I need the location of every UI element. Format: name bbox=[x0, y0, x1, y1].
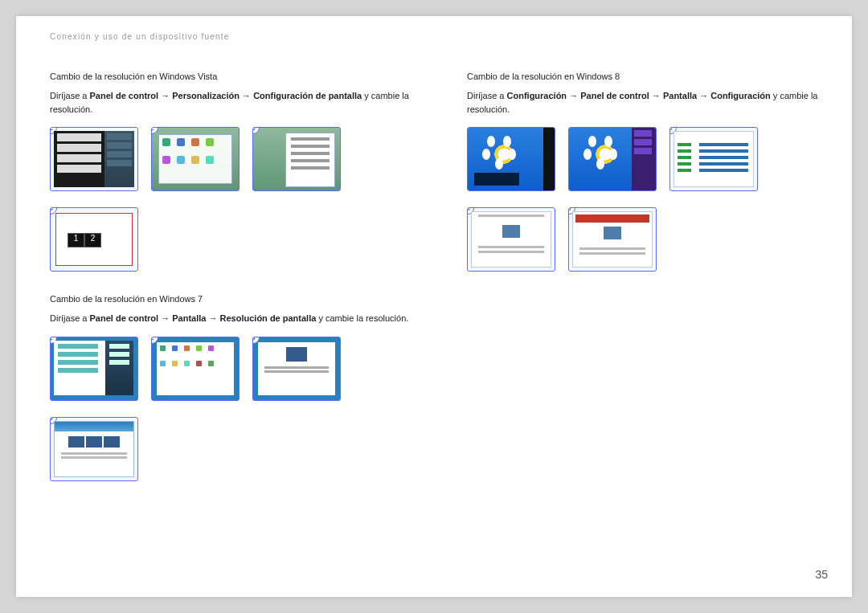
page-number: 35 bbox=[815, 568, 828, 581]
left-column: Cambio de la resolución en Windows Vista… bbox=[50, 72, 411, 504]
vista-title: Cambio de la resolución en Windows Vista bbox=[50, 72, 411, 81]
chapter-heading: Conexión y uso de un dispositivo fuente bbox=[50, 32, 828, 41]
right-column: Cambio de la resolución en Windows 8 Dir… bbox=[467, 72, 828, 504]
arrow-icon: → bbox=[699, 91, 710, 100]
arrow-icon: → bbox=[652, 91, 663, 100]
vista-step-2: 2 bbox=[151, 127, 240, 191]
w8-step-2: 2 bbox=[568, 127, 657, 191]
w7-step-4: 4 bbox=[50, 417, 138, 481]
manual-page: Conexión y uso de un dispositivo fuente … bbox=[16, 16, 852, 597]
w7-steps: 1 2 3 4 bbox=[50, 337, 411, 481]
vista-step-3: 3 bbox=[252, 127, 341, 191]
step-badge: 3 bbox=[252, 127, 260, 134]
vista-step-4: 4 12 bbox=[50, 207, 138, 272]
vista-steps: 1 2 3 4 12 bbox=[50, 127, 411, 272]
w7-title: Cambio de la resolución en Windows 7 bbox=[50, 294, 411, 304]
w8-instruction: Diríjase a Configuración → Panel de cont… bbox=[467, 89, 828, 116]
w8-title: Cambio de la resolución en Windows 8 bbox=[467, 72, 828, 81]
w7-instruction: Diríjase a Panel de control → Pantalla →… bbox=[50, 312, 411, 325]
w8-step-1: 1 bbox=[467, 127, 555, 191]
w7-step-1: 1 bbox=[50, 337, 138, 401]
w8-steps: 1 2 bbox=[467, 127, 828, 272]
step-badge: 2 bbox=[151, 127, 158, 134]
w8-step-5: 5 bbox=[568, 207, 657, 272]
vista-step-1: 1 bbox=[50, 127, 138, 191]
arrow-icon: → bbox=[569, 91, 580, 100]
arrow-icon: → bbox=[208, 313, 219, 323]
arrow-icon: → bbox=[242, 91, 253, 100]
vista-instruction: Diríjase a Panel de control → Personaliz… bbox=[50, 89, 411, 116]
w7-step-3: 3 bbox=[252, 337, 341, 401]
arrow-icon: → bbox=[161, 313, 172, 323]
w8-step-4: 4 bbox=[467, 207, 555, 272]
w7-step-2: 2 bbox=[151, 337, 240, 401]
arrow-icon: → bbox=[161, 91, 172, 100]
w8-step-3: 3 bbox=[669, 127, 758, 191]
